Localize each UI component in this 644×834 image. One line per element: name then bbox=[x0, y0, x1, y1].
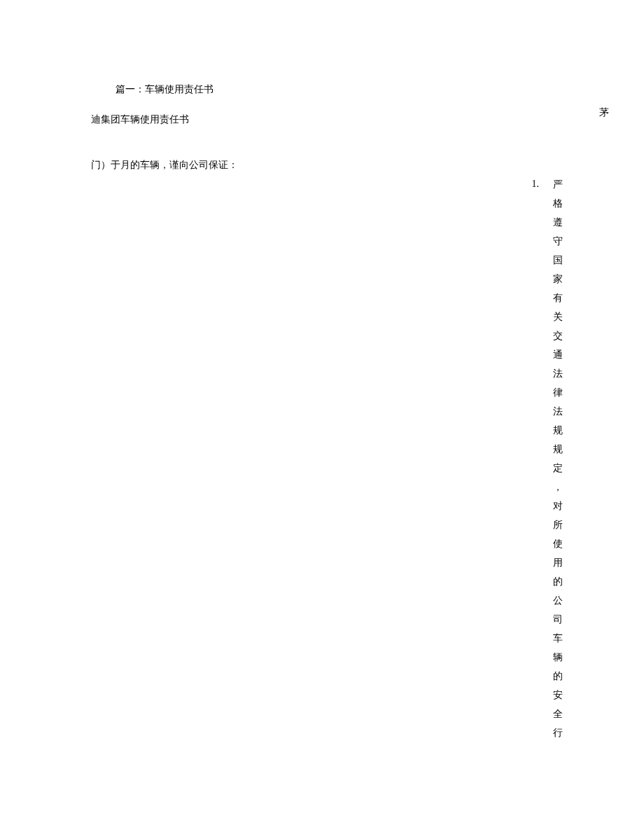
vertical-char: 用 bbox=[552, 553, 564, 572]
list-number-marker: 1. bbox=[532, 175, 540, 193]
vertical-char: 交 bbox=[552, 326, 564, 345]
vertical-char: 车 bbox=[552, 629, 564, 648]
vertical-char: 对 bbox=[552, 496, 564, 515]
vertical-char: 行 bbox=[552, 723, 564, 742]
vertical-char: 所 bbox=[552, 515, 564, 534]
vertical-char: 有 bbox=[552, 289, 564, 307]
vertical-char: 律 bbox=[552, 383, 564, 402]
page-content: 篇一：车辆使用责任书 茅 迪集团车辆使用责任书 门）于月的车辆，谨向公司保证： … bbox=[0, 0, 644, 834]
vertical-char: 辆 bbox=[552, 648, 564, 667]
vertical-char: 国 bbox=[552, 251, 564, 270]
vertical-char: 法 bbox=[552, 364, 564, 383]
floating-char-right: 茅 bbox=[599, 104, 609, 121]
vertical-char: 全 bbox=[552, 704, 564, 723]
document-subtitle: 迪集团车辆使用责任书 bbox=[91, 111, 609, 128]
vertical-char: 使 bbox=[552, 534, 564, 553]
vertical-char: 规 bbox=[552, 421, 564, 440]
vertical-char: 的 bbox=[552, 667, 564, 686]
vertical-char: 法 bbox=[552, 402, 564, 421]
vertical-char: 关 bbox=[552, 307, 564, 326]
vertical-text-column: 严 格 遵 守 国 家 有 关 交 通 法 律 法 规 规 定 ， 对 所 使 … bbox=[552, 175, 564, 742]
vertical-char: 严 bbox=[552, 175, 564, 194]
vertical-char: 的 bbox=[552, 572, 564, 591]
document-title: 篇一：车辆使用责任书 bbox=[115, 81, 609, 98]
vertical-char: 守 bbox=[552, 232, 564, 251]
vertical-char: 通 bbox=[552, 345, 564, 364]
vertical-char: 格 bbox=[552, 194, 564, 213]
vertical-char: 安 bbox=[552, 686, 564, 704]
vertical-char: 司 bbox=[552, 610, 564, 629]
content-paragraph: 门）于月的车辆，谨向公司保证： bbox=[91, 156, 609, 174]
vertical-char: 家 bbox=[552, 270, 564, 289]
vertical-char: 规 bbox=[552, 440, 564, 459]
vertical-char: 遵 bbox=[552, 213, 564, 232]
vertical-char: 定 bbox=[552, 459, 564, 478]
vertical-char: 公 bbox=[552, 591, 564, 610]
vertical-char: ， bbox=[552, 478, 564, 496]
